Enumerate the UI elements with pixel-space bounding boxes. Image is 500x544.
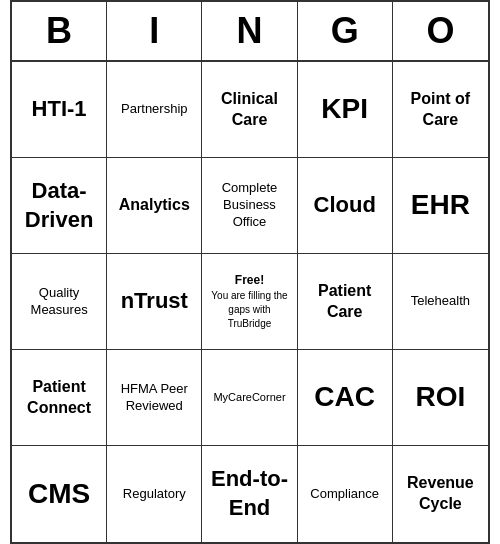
- bingo-cell-13: Patient Care: [298, 254, 393, 350]
- bingo-grid: HTI-1PartnershipClinical CareKPIPoint of…: [12, 62, 488, 542]
- bingo-cell-17: MyCareCorner: [202, 350, 297, 446]
- cell-text-22: End-to-End: [206, 465, 292, 522]
- bingo-cell-19: ROI: [393, 350, 488, 446]
- cell-text-19: ROI: [416, 379, 466, 415]
- cell-text-5: Data-Driven: [16, 177, 102, 234]
- cell-text-1: Partnership: [121, 101, 187, 118]
- cell-text-9: EHR: [411, 187, 470, 223]
- cell-text-7: Complete Business Office: [206, 180, 292, 231]
- header-letter: I: [107, 2, 202, 60]
- cell-text-11: nTrust: [121, 287, 188, 316]
- bingo-cell-11: nTrust: [107, 254, 202, 350]
- bingo-cell-16: HFMA Peer Reviewed: [107, 350, 202, 446]
- cell-text-16: HFMA Peer Reviewed: [111, 381, 197, 415]
- header-letter: O: [393, 2, 488, 60]
- bingo-cell-1: Partnership: [107, 62, 202, 158]
- cell-text-4: Point of Care: [397, 89, 484, 131]
- bingo-cell-6: Analytics: [107, 158, 202, 254]
- bingo-header: BINGO: [12, 2, 488, 62]
- cell-text-3: KPI: [321, 91, 368, 127]
- cell-text-18: CAC: [314, 379, 375, 415]
- bingo-cell-15: Patient Connect: [12, 350, 107, 446]
- bingo-cell-23: Compliance: [298, 446, 393, 542]
- cell-text-13: Patient Care: [302, 281, 388, 323]
- bingo-card: BINGO HTI-1PartnershipClinical CareKPIPo…: [10, 0, 490, 544]
- cell-text-0: HTI-1: [32, 95, 87, 124]
- cell-text-21: Regulatory: [123, 486, 186, 503]
- bingo-cell-8: Cloud: [298, 158, 393, 254]
- cell-text-23: Compliance: [310, 486, 379, 503]
- bingo-cell-12: Free!You are filling the gaps with TruBr…: [202, 254, 297, 350]
- bingo-cell-24: Revenue Cycle: [393, 446, 488, 542]
- bingo-cell-9: EHR: [393, 158, 488, 254]
- cell-text-20: CMS: [28, 476, 90, 512]
- cell-text-2: Clinical Care: [206, 89, 292, 131]
- bingo-cell-22: End-to-End: [202, 446, 297, 542]
- bingo-cell-7: Complete Business Office: [202, 158, 297, 254]
- cell-text-17: MyCareCorner: [213, 390, 285, 404]
- bingo-cell-21: Regulatory: [107, 446, 202, 542]
- bingo-cell-10: Quality Measures: [12, 254, 107, 350]
- cell-text-8: Cloud: [314, 191, 376, 220]
- bingo-cell-2: Clinical Care: [202, 62, 297, 158]
- cell-text-6: Analytics: [119, 195, 190, 216]
- header-letter: B: [12, 2, 107, 60]
- bingo-cell-4: Point of Care: [393, 62, 488, 158]
- cell-text-10: Quality Measures: [16, 285, 102, 319]
- free-space: Free!You are filling the gaps with TruBr…: [206, 272, 292, 331]
- cell-text-15: Patient Connect: [16, 377, 102, 419]
- header-letter: N: [202, 2, 297, 60]
- bingo-cell-0: HTI-1: [12, 62, 107, 158]
- bingo-cell-18: CAC: [298, 350, 393, 446]
- header-letter: G: [298, 2, 393, 60]
- bingo-cell-3: KPI: [298, 62, 393, 158]
- cell-text-24: Revenue Cycle: [397, 473, 484, 515]
- cell-text-14: Telehealth: [411, 293, 470, 310]
- bingo-cell-20: CMS: [12, 446, 107, 542]
- bingo-cell-14: Telehealth: [393, 254, 488, 350]
- bingo-cell-5: Data-Driven: [12, 158, 107, 254]
